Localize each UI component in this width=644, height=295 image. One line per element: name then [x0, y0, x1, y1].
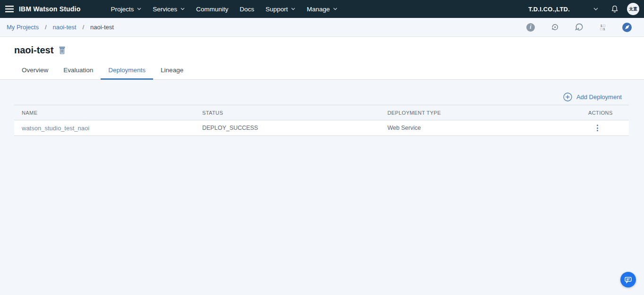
chevron-down-icon [180, 8, 185, 10]
tab-deployments[interactable]: Deployments [101, 62, 153, 79]
navbar-right: T.D.I.CO.,LTD. 太直 [528, 3, 644, 15]
nav-docs-label: Docs [240, 6, 254, 13]
breadcrumb-project[interactable]: naoi-test [53, 24, 77, 31]
breadcrumb-bar: My Projects / naoi-test / naoi-test i 1□… [0, 18, 644, 37]
page-title: naoi-test [14, 45, 53, 56]
nav-community[interactable]: Community [190, 0, 234, 18]
tab-lineage[interactable]: Lineage [153, 62, 191, 79]
table-row: watson_studio_test_naoi DEPLOY_SUCCESS W… [14, 120, 629, 136]
nav-docs[interactable]: Docs [234, 0, 260, 18]
deployments-toolbar: Add Deployment [0, 80, 644, 101]
rollback-button[interactable] [550, 23, 559, 32]
add-deployment-button[interactable]: Add Deployment [563, 93, 622, 101]
header-status: STATUS [195, 110, 380, 116]
tab-overview[interactable]: Overview [14, 62, 56, 79]
tab-evaluation[interactable]: Evaluation [56, 62, 101, 79]
deployment-name-cell: watson_studio_test_naoi [14, 125, 195, 132]
deployment-type: Web Service [380, 125, 581, 131]
plus-circle-icon [563, 93, 572, 101]
nav-manage-label: Manage [307, 6, 330, 13]
title-band: naoi-test Overview Evaluation Deployment… [0, 37, 644, 80]
deployments-table: NAME STATUS DEPLOYMENT TYPE ACTIONS wats… [14, 105, 629, 136]
header-actions: ACTIONS [581, 110, 629, 116]
notifications-button[interactable] [611, 5, 618, 13]
watson-studio-app: IBM Watson Studio Projects Services Comm… [0, 0, 644, 295]
nav-support-label: Support [266, 6, 288, 13]
chevron-down-icon [593, 8, 598, 10]
nav-manage[interactable]: Manage [301, 0, 343, 18]
delete-project-button[interactable] [59, 46, 66, 54]
deployments-panel: Add Deployment NAME STATUS DEPLOYMENT TY… [0, 80, 644, 295]
account-menu-chevron[interactable] [593, 8, 598, 10]
brand-title: IBM Watson Studio [19, 5, 80, 13]
bell-icon [611, 5, 618, 13]
chevron-down-icon [291, 8, 295, 10]
table-header-row: NAME STATUS DEPLOYMENT TYPE ACTIONS [14, 105, 629, 120]
chevron-down-icon [137, 8, 141, 10]
trash-icon [59, 46, 66, 54]
nav-support[interactable]: Support [260, 0, 301, 18]
nav-projects-label: Projects [111, 6, 134, 13]
compass-icon [622, 23, 632, 32]
chat-icon [624, 276, 632, 284]
deployment-name-link[interactable]: watson_studio_test_naoi [22, 125, 89, 132]
breadcrumb-actions: i 1□□1 [526, 23, 637, 32]
main-nav: Projects Services Community Docs Support… [105, 0, 343, 18]
info-icon: i [526, 23, 535, 32]
add-deployment-label: Add Deployment [576, 93, 622, 101]
nav-services-label: Services [153, 6, 177, 13]
title-row: naoi-test [0, 45, 644, 56]
row-actions-kebab-icon[interactable] [595, 123, 600, 133]
top-navbar: IBM Watson Studio Projects Services Comm… [0, 0, 644, 18]
chat-fab-button[interactable] [620, 272, 636, 287]
nav-community-label: Community [196, 6, 228, 13]
binary-data-icon: 1□□1 [600, 24, 606, 31]
binary-data-button[interactable]: 1□□1 [598, 23, 608, 32]
breadcrumb-separator: / [45, 24, 47, 31]
hamburger-menu-button[interactable] [0, 0, 19, 18]
hamburger-icon [5, 6, 14, 12]
breadcrumb-separator: / [82, 24, 84, 31]
tab-bar: Overview Evaluation Deployments Lineage [0, 62, 644, 80]
breadcrumb: My Projects / naoi-test / naoi-test [7, 24, 114, 31]
header-deployment-type: DEPLOYMENT TYPE [380, 110, 581, 116]
info-button[interactable]: i [526, 23, 535, 32]
nav-services[interactable]: Services [147, 0, 190, 18]
chevron-down-icon [333, 8, 337, 10]
account-name[interactable]: T.D.I.CO.,LTD. [528, 6, 570, 13]
header-name: NAME [14, 110, 195, 116]
deployment-status: DEPLOY_SUCCESS [195, 125, 380, 131]
breadcrumb-my-projects[interactable]: My Projects [7, 24, 39, 31]
nav-projects[interactable]: Projects [105, 0, 147, 18]
feedback-icon [575, 23, 584, 32]
compass-button[interactable] [622, 23, 632, 32]
rollback-icon [550, 23, 559, 32]
deployment-actions-cell [581, 123, 629, 133]
avatar[interactable]: 太直 [627, 3, 639, 15]
feedback-button[interactable] [574, 23, 584, 32]
breadcrumb-current: naoi-test [90, 24, 114, 31]
